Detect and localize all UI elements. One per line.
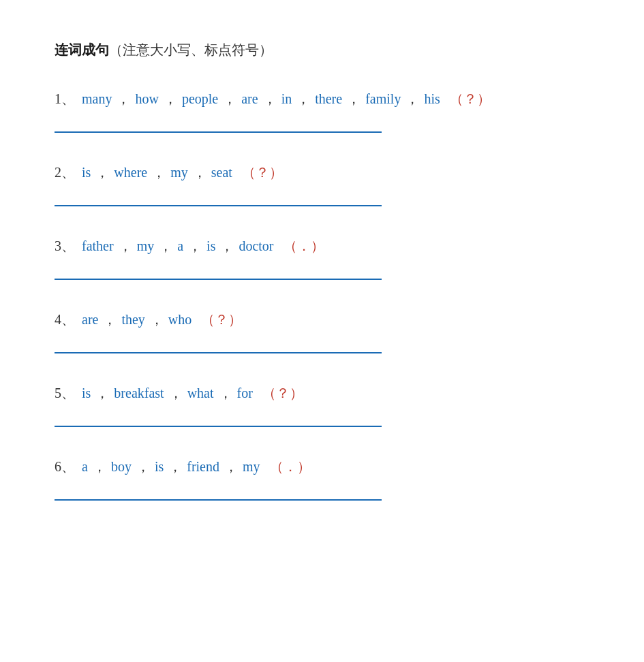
word-1-1: ， [117,86,130,111]
word-1-15: （？） [450,86,491,111]
question-num-2: 2、 [55,160,75,185]
question-num-3: 3、 [55,234,75,258]
page-title: 连词成句（注意大小写、标点符号） [55,41,589,59]
word-1-5: ， [223,86,236,111]
question-block-2: 2、is，where，my，seat（？） [55,160,589,206]
word-1-2: how [135,86,158,111]
word-3-1: ， [119,234,132,258]
question-line-2: 2、is，where，my，seat（？） [55,160,589,185]
question-line-4: 4、are，they，who（？） [55,307,589,332]
word-3-4: a [177,234,183,258]
question-line-3: 3、father，my，a，is，doctor（．） [55,234,589,258]
word-6-2: boy [111,454,132,479]
word-6-9: （．） [270,454,311,479]
word-1-10: there [315,86,342,111]
word-5-2: breakfast [114,381,164,405]
answer-line-1 [55,131,382,133]
question-block-3: 3、father，my，a，is，doctor（．） [55,234,589,280]
word-1-13: ， [405,86,419,111]
word-1-12: family [365,86,401,111]
word-5-5: ， [219,381,232,405]
word-3-0: father [82,234,114,258]
question-block-1: 1、many，how，people，are，in，there，family，hi… [55,86,589,133]
word-1-8: in [281,86,292,111]
word-6-4: is [155,454,164,479]
question-num-4: 4、 [55,307,75,332]
word-6-8: my [243,454,260,479]
word-6-5: ， [168,454,182,479]
word-4-0: are [82,307,98,332]
word-1-7: ， [263,86,277,111]
answer-line-3 [55,279,382,280]
word-2-7: （？） [242,160,283,185]
question-block-6: 6、a，boy，is，friend，my（．） [55,454,589,501]
question-num-1: 1、 [55,86,75,111]
word-1-9: ， [296,86,310,111]
word-2-1: ， [95,160,109,185]
answer-line-2 [55,205,382,206]
word-4-5: （？） [201,307,242,332]
word-2-0: is [82,160,91,185]
word-6-0: a [82,454,88,479]
word-2-2: where [114,160,147,185]
word-5-1: ， [95,381,109,405]
word-3-9: （．） [283,234,324,258]
word-6-1: ， [93,454,106,479]
word-3-8: doctor [239,234,273,258]
question-line-1: 1、many，how，people，are，in，there，family，hi… [55,86,589,111]
question-block-5: 5、is，breakfast，what，for（？） [55,381,589,427]
title-bold: 连词成句 [55,42,109,57]
word-1-6: are [241,86,258,111]
question-num-5: 5、 [55,381,75,405]
word-5-7: （？） [262,381,303,405]
word-1-14: his [424,86,440,111]
word-3-6: is [206,234,215,258]
word-3-3: ， [159,234,172,258]
word-4-3: ， [150,307,164,332]
word-5-6: for [237,381,253,405]
answer-line-6 [55,499,382,501]
word-4-2: they [121,307,144,332]
word-3-7: ， [220,234,234,258]
word-2-6: seat [211,160,232,185]
question-line-6: 6、a，boy，is，friend，my（．） [55,454,589,479]
answer-line-4 [55,352,382,353]
word-1-0: many [82,86,112,111]
answer-line-5 [55,426,382,427]
word-5-4: what [187,381,214,405]
word-2-3: ， [152,160,166,185]
word-4-4: who [168,307,191,332]
word-1-4: people [182,86,218,111]
word-1-11: ， [347,86,361,111]
title-normal: （注意大小写、标点符号） [109,42,273,57]
word-6-6: friend [187,454,219,479]
question-line-5: 5、is，breakfast，what，for（？） [55,381,589,405]
word-4-1: ， [103,307,117,332]
question-num-6: 6、 [55,454,75,479]
word-3-5: ， [188,234,202,258]
word-3-2: my [137,234,155,258]
word-5-0: is [82,381,91,405]
questions-container: 1、many，how，people，are，in，there，family，hi… [55,86,589,501]
question-block-4: 4、are，they，who（？） [55,307,589,353]
word-2-5: ， [193,160,206,185]
word-6-7: ， [224,454,238,479]
word-6-3: ， [136,454,150,479]
word-2-4: my [170,160,188,185]
word-1-3: ， [164,86,177,111]
word-5-3: ， [169,381,183,405]
